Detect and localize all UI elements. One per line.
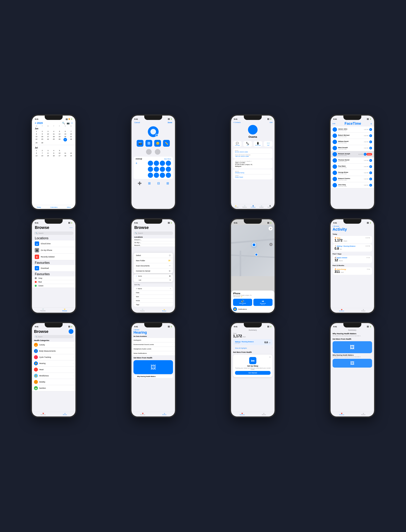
back-button[interactable]: < Browse bbox=[131, 329, 175, 330]
cal-day[interactable]: 30 bbox=[39, 141, 45, 144]
mail-button[interactable]: ✉️ mail bbox=[264, 141, 273, 147]
small-avatar-1[interactable] bbox=[146, 149, 152, 155]
summary-tab[interactable]: ❤️Summary bbox=[239, 413, 245, 415]
contact-avatar[interactable]: + bbox=[148, 126, 159, 137]
kinds-option[interactable]: Kinds bbox=[133, 299, 173, 303]
cal-day[interactable]: 5 bbox=[57, 149, 62, 152]
grid3-icon[interactable]: ⊞ bbox=[167, 181, 169, 185]
body-item[interactable]: 🧍 Body Measurements › bbox=[32, 348, 75, 354]
list-item[interactable]: Robert Michael FaceTime Audio 8:38 PM ℹ bbox=[331, 133, 374, 139]
show-all-button[interactable]: Show All Highlights bbox=[233, 347, 249, 350]
list-item[interactable]: James John FaceTime Audio 8:38 PM ℹ bbox=[331, 126, 374, 133]
list-item[interactable]: Mark Donald FaceTime Audio 8:38 PM ℹ bbox=[331, 145, 374, 151]
icloud-item[interactable]: iCloud C... bbox=[131, 239, 175, 241]
list-item[interactable]: ⬇ Download bbox=[32, 265, 75, 272]
whatsapp-button[interactable]: 📱 WhatsApp bbox=[254, 141, 262, 147]
hearing-item[interactable]: 👂 Hearing › bbox=[32, 360, 75, 367]
cal-day[interactable]: 1 bbox=[34, 130, 39, 133]
get-started-button[interactable]: Get Started bbox=[235, 371, 270, 375]
cal-day[interactable]: 10 bbox=[45, 133, 51, 135]
cal-day[interactable]: 14 bbox=[39, 154, 45, 157]
edit-button[interactable]: Edit bbox=[270, 122, 273, 123]
cal-day[interactable]: 4 bbox=[51, 149, 57, 152]
flights-card[interactable]: 🚀 Flights Climbed 22 Jan 12 floors bbox=[333, 256, 372, 263]
cal-day[interactable]: 3 bbox=[45, 130, 51, 133]
tab-keypad[interactable]: ⌨️Keypad bbox=[259, 205, 263, 208]
tab-contacts[interactable]: 👤Contacts bbox=[251, 205, 256, 208]
today-tab[interactable]: Today bbox=[37, 206, 41, 208]
tag-item[interactable]: Green bbox=[32, 284, 75, 288]
calendars-tab[interactable]: Calendars bbox=[50, 206, 58, 208]
animoji-item[interactable] bbox=[154, 167, 159, 172]
activity-item[interactable]: 🔥 Activity › bbox=[32, 342, 75, 348]
cal-day[interactable]: 9 bbox=[39, 133, 45, 135]
play-sound-button[interactable]: 🔊 Play Sound Off bbox=[233, 299, 252, 306]
info-icon[interactable]: ℹ bbox=[369, 165, 372, 168]
camera-icon[interactable]: 📷 bbox=[67, 122, 70, 124]
animoji-item[interactable] bbox=[148, 173, 153, 178]
cal-day[interactable]: 5 bbox=[57, 130, 62, 133]
animoji-item[interactable] bbox=[148, 167, 153, 172]
close-button[interactable]: ✕ bbox=[269, 356, 271, 359]
summary-tab[interactable]: ❤️Summary bbox=[339, 413, 344, 415]
animoji-item[interactable] bbox=[160, 161, 165, 166]
animoji-item[interactable] bbox=[166, 167, 171, 172]
new-folder-item[interactable]: New Folder 📁 bbox=[133, 258, 173, 263]
cal-day[interactable]: 2 bbox=[39, 130, 45, 133]
mindfulness-item[interactable]: 🧘 Mindfulness › bbox=[32, 373, 75, 379]
info-icon[interactable]: ℹ bbox=[369, 159, 372, 162]
info-icon[interactable]: ℹ bbox=[369, 178, 372, 180]
cal-day[interactable]: 2 bbox=[39, 149, 45, 152]
cal-day[interactable]: 7 bbox=[68, 130, 74, 133]
search-bar[interactable]: 🔍 Search bbox=[34, 232, 73, 235]
steps-card[interactable]: 🔥 Steps 8:45 PM 1,172 steps bbox=[333, 236, 372, 243]
photo-button[interactable]: 🖼 bbox=[145, 140, 152, 147]
summary-tab[interactable]: ❤️Summary bbox=[140, 413, 145, 415]
connect-server-item[interactable]: Connect to Server 🖥 bbox=[133, 268, 173, 273]
cancel-button[interactable]: Cancel bbox=[134, 122, 140, 124]
browse-tab[interactable]: 📁Browse bbox=[62, 308, 67, 312]
cal-day[interactable]: 19 bbox=[57, 135, 62, 138]
animoji-item[interactable] bbox=[154, 161, 159, 166]
list-item-delete[interactable]: Richard Joseph FaceTime Audio 8:38 PM ℹ … bbox=[331, 151, 374, 157]
cal-day[interactable]: 13 bbox=[34, 154, 39, 157]
cal-day[interactable]: 28 bbox=[68, 138, 74, 141]
list-item[interactable]: Paul Mark FaceTime Audio 8:38 PM ℹ bbox=[331, 164, 374, 170]
camera-button[interactable]: 📷 bbox=[137, 140, 144, 147]
cal-day[interactable]: 18 bbox=[51, 135, 57, 138]
recents-tab[interactable]: 🕐Recents bbox=[140, 309, 145, 312]
add-icon[interactable]: + bbox=[71, 122, 73, 124]
spouse-value[interactable]: Ghada Samy bbox=[235, 172, 270, 174]
cycle-item[interactable]: ⭕ Cycle Tracking › bbox=[32, 354, 75, 360]
chevron-icon[interactable]: › bbox=[72, 236, 73, 240]
walk-card[interactable]: 🚶 Walking + Running Distance 8:45 PM 0.8… bbox=[333, 244, 372, 252]
iphone-item[interactable]: On My i... bbox=[131, 241, 175, 244]
info-icon[interactable]: ℹ bbox=[364, 153, 367, 156]
animoji-item[interactable] bbox=[160, 173, 165, 178]
cal-day[interactable]: 18 bbox=[62, 154, 68, 157]
chevron-icon[interactable]: › bbox=[72, 261, 73, 265]
browse-tab[interactable]: ⊞Browse bbox=[162, 413, 167, 415]
tab-favourites[interactable]: ⭐Favourites bbox=[233, 205, 239, 208]
tags-option[interactable]: Tags bbox=[133, 303, 173, 306]
tab-voicemail[interactable]: 📳Voicemail bbox=[267, 205, 273, 208]
grid-icon[interactable]: ⊞ bbox=[148, 181, 151, 185]
cal-day[interactable]: 16 bbox=[51, 154, 57, 157]
search-bar[interactable]: 🔍 Search bbox=[34, 335, 73, 338]
call-button[interactable]: 📞 call bbox=[243, 141, 252, 147]
tag-item[interactable]: Gray bbox=[32, 276, 75, 280]
cal-day[interactable]: 17 bbox=[57, 154, 62, 157]
profile-avatar[interactable] bbox=[69, 329, 73, 334]
info-icon[interactable]: ℹ bbox=[369, 171, 372, 174]
cal-day[interactable]: 3 bbox=[45, 149, 51, 152]
emoji-button[interactable]: 😊 bbox=[154, 140, 161, 147]
cal-day[interactable]: 29 bbox=[34, 141, 39, 144]
cal-day[interactable]: 6 bbox=[62, 130, 68, 133]
icons-item[interactable]: ✓ Icons ⊞ bbox=[133, 274, 173, 278]
mother-value[interactable]: Huda Saad bbox=[235, 176, 270, 178]
cal-day[interactable]: 11 bbox=[62, 152, 68, 154]
summary-tab[interactable]: ❤️Summary bbox=[41, 413, 46, 415]
data-option[interactable]: Data bbox=[133, 291, 173, 295]
browse-tab[interactable]: ⊞Browse bbox=[262, 413, 266, 415]
animoji-item[interactable] bbox=[154, 173, 159, 178]
